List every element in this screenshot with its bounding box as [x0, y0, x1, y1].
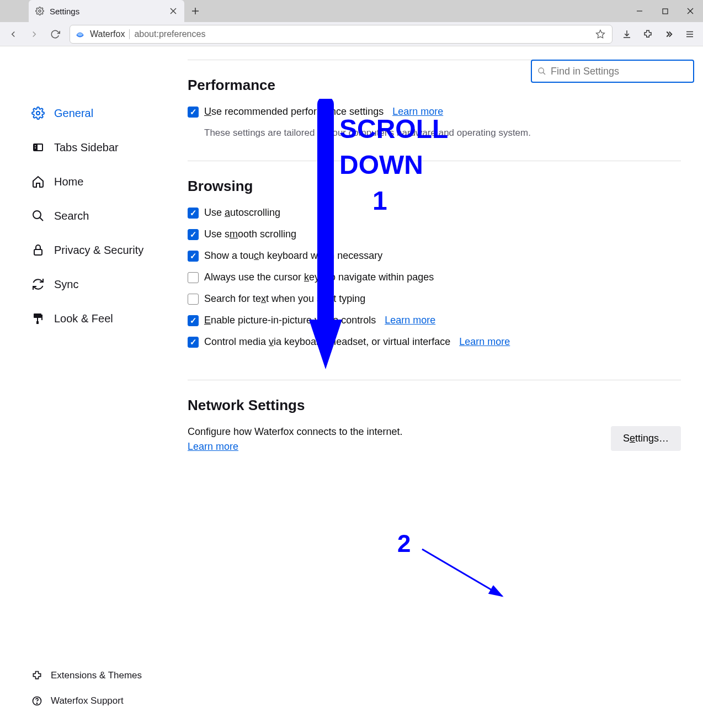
sidebar-item-label: Look & Feel: [54, 312, 113, 325]
checkbox-label: Use autoscrolling: [204, 207, 280, 219]
paint-icon: [31, 311, 45, 326]
close-tab-button[interactable]: [169, 7, 178, 15]
learn-more-link[interactable]: Learn more: [459, 336, 510, 348]
section-browsing: Browsing Use autoscrollingUse smooth scr…: [188, 161, 681, 380]
checkbox-row[interactable]: Always use the cursor keys to navigate w…: [188, 272, 681, 283]
settings-sidebar: GeneralTabs SidebarHomeSearchPrivacy & S…: [0, 46, 188, 728]
checkbox-row-recommended-perf[interactable]: Use recommended performance settings Lea…: [188, 106, 681, 118]
maximize-button[interactable]: [652, 0, 678, 22]
reload-button[interactable]: [45, 24, 65, 44]
app-menu-button[interactable]: [680, 24, 700, 44]
sidebar-item-sync[interactable]: Sync: [31, 273, 188, 296]
svg-point-14: [36, 111, 40, 115]
svg-rect-25: [36, 321, 39, 324]
browser-toolbar: Waterfox about:preferences: [0, 22, 703, 46]
sidebar-item-label: Home: [54, 176, 83, 188]
sidebar-footer-extensions-themes[interactable]: Extensions & Themes: [31, 666, 142, 685]
gear-icon: [35, 7, 44, 15]
svg-point-0: [39, 10, 41, 12]
close-window-button[interactable]: [678, 0, 703, 22]
minimize-button[interactable]: [627, 0, 652, 22]
tab-title: Settings: [50, 7, 163, 16]
downloads-button[interactable]: [617, 24, 637, 44]
sidebar-item-label: General: [54, 107, 93, 120]
checkbox[interactable]: [188, 208, 199, 219]
forward-button[interactable]: [24, 24, 44, 44]
home-icon: [31, 174, 45, 189]
window-titlebar: Settings: [0, 0, 703, 22]
sidebar-item-label: Extensions & Themes: [51, 670, 142, 681]
section-heading: Network Settings: [188, 397, 681, 414]
section-network: Network Settings Configure how Waterfox …: [188, 380, 681, 475]
svg-rect-22: [34, 313, 41, 318]
help-icon: [31, 695, 43, 707]
network-settings-button[interactable]: Settings…: [611, 426, 681, 451]
checkbox-row[interactable]: Enable picture-in-picture video controls…: [188, 315, 681, 326]
svg-rect-16: [38, 145, 42, 150]
sidebar-item-label: Tabs Sidebar: [54, 141, 119, 154]
puzzle-icon: [31, 669, 43, 682]
sidebar-item-general[interactable]: General: [31, 102, 188, 125]
checkbox[interactable]: [188, 107, 199, 118]
sidebar-item-privacy-security[interactable]: Privacy & Security: [31, 238, 188, 262]
browser-tab-settings[interactable]: Settings: [29, 0, 184, 22]
search-icon: [537, 67, 546, 76]
lock-icon: [31, 243, 45, 257]
settings-main[interactable]: Performance Use recommended performance …: [188, 46, 703, 728]
sync-icon: [31, 277, 45, 291]
overflow-button[interactable]: [659, 24, 679, 44]
checkbox-label: Use recommended performance settings: [204, 106, 384, 118]
network-description: Configure how Waterfox connects to the i…: [188, 426, 611, 438]
sidebar-footer-waterfox-support[interactable]: Waterfox Support: [31, 692, 142, 710]
checkbox-label: Always use the cursor keys to navigate w…: [204, 272, 434, 283]
svg-rect-23: [41, 315, 42, 320]
sidebar-item-look-feel[interactable]: Look & Feel: [31, 307, 188, 330]
sidebar-item-label: Waterfox Support: [51, 695, 124, 706]
checkbox[interactable]: [188, 229, 199, 240]
checkbox-label: Search for text when you start typing: [204, 293, 365, 305]
svg-point-19: [33, 211, 41, 219]
svg-rect-6: [663, 9, 668, 14]
window-controls: [627, 0, 703, 22]
svg-point-18: [35, 147, 36, 148]
back-button[interactable]: [3, 24, 23, 44]
checkbox[interactable]: [188, 251, 199, 262]
bookmark-star-icon[interactable]: [593, 29, 608, 39]
sidebar-item-label: Privacy & Security: [54, 244, 143, 257]
sidebar-item-tabs-sidebar[interactable]: Tabs Sidebar: [31, 136, 188, 159]
checkbox-row[interactable]: Search for text when you start typing: [188, 293, 681, 305]
settings-search-input[interactable]: [551, 66, 688, 77]
settings-content: GeneralTabs SidebarHomeSearchPrivacy & S…: [0, 46, 703, 728]
new-tab-button[interactable]: [184, 0, 206, 22]
extensions-button[interactable]: [638, 24, 658, 44]
learn-more-link[interactable]: Learn more: [392, 106, 443, 118]
waterfox-logo-icon: [74, 29, 86, 40]
checkbox[interactable]: [188, 272, 199, 283]
performance-hint: These settings are tailored to your comp…: [204, 127, 681, 139]
sidebar-item-home[interactable]: Home: [31, 170, 188, 193]
svg-point-17: [35, 145, 36, 146]
site-identity[interactable]: Waterfox: [74, 29, 125, 40]
svg-marker-9: [597, 30, 605, 38]
checkbox-row[interactable]: Use smooth scrolling: [188, 229, 681, 240]
url-brand: Waterfox: [90, 29, 125, 39]
checkbox-row[interactable]: Use autoscrolling: [188, 207, 681, 219]
checkbox-row[interactable]: Control media via keyboard, headset, or …: [188, 336, 681, 348]
svg-point-27: [36, 703, 37, 704]
checkbox[interactable]: [188, 337, 199, 348]
checkbox-row[interactable]: Show a touch keyboard when necessary: [188, 250, 681, 262]
settings-search[interactable]: [531, 60, 694, 83]
checkbox[interactable]: [188, 315, 199, 326]
url-bar[interactable]: Waterfox about:preferences: [70, 25, 613, 44]
checkbox-label: Use smooth scrolling: [204, 229, 296, 240]
sidebar-icon: [31, 140, 45, 155]
learn-more-link[interactable]: Learn more: [385, 315, 435, 326]
learn-more-link[interactable]: Learn more: [188, 441, 238, 452]
url-separator: [129, 29, 130, 39]
svg-rect-24: [37, 318, 38, 321]
checkbox[interactable]: [188, 294, 199, 305]
checkbox-label: Show a touch keyboard when necessary: [204, 250, 382, 262]
svg-rect-21: [34, 249, 42, 255]
search-icon: [31, 209, 45, 223]
sidebar-item-search[interactable]: Search: [31, 204, 188, 227]
